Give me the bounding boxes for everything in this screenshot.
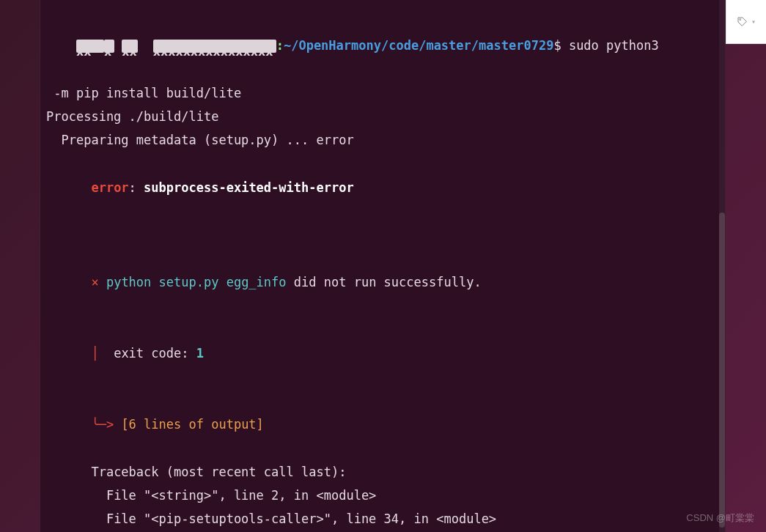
traceback-header: Traceback (most recent call last): (46, 460, 719, 484)
tree-line-char: │ (76, 346, 106, 361)
exit-code-line: │ exit code: 1 (46, 318, 719, 389)
lines-of-output: [6 lines of output] (114, 417, 264, 432)
tree-arrow-char: ╰─> (76, 417, 114, 432)
prompt-host-suffix: : (276, 38, 284, 53)
setup-command: python setup.py egg_info (99, 275, 287, 289)
exit-code-label: exit code: (106, 346, 196, 361)
traceback-file-2: File "<pip-setuptools-caller>", line 34,… (46, 507, 719, 531)
output-preparing: Preparing metadata (setup.py) ... error (46, 128, 719, 152)
exit-code-value: 1 (196, 346, 204, 361)
blank-line (46, 223, 719, 247)
x-icon: × (76, 275, 99, 289)
command-text: sudo python3 (561, 38, 659, 53)
prompt-dollar: $ (553, 38, 561, 53)
error-message: subprocess-exited-with-error (144, 180, 354, 195)
output-processing: Processing ./build/lite (46, 105, 719, 128)
svg-point-0 (740, 18, 741, 20)
error-line-1: error: subprocess-exited-with-error (46, 152, 719, 223)
prompt-line: xxx xx xxxxxxxxxxxxxxxx:~/OpenHarmony/co… (46, 10, 719, 81)
tag-icon[interactable] (737, 16, 748, 28)
right-toolbar[interactable]: ▾ (726, 0, 766, 44)
watermark-text: CSDN @町棠棠 (686, 511, 754, 525)
terminal-window[interactable]: xxx xx xxxxxxxxxxxxxxxx:~/OpenHarmony/co… (40, 0, 726, 532)
setup-fail-line: × python setup.py egg_info did not run s… (46, 247, 719, 318)
error-colon: : (129, 180, 144, 195)
dropdown-caret-icon[interactable]: ▾ (751, 18, 756, 26)
scrollbar-thumb[interactable] (719, 213, 725, 528)
lines-output-header: ╰─> [6 lines of output] (46, 389, 719, 460)
traceback-file-1: File "<string>", line 2, in <module> (46, 484, 719, 507)
command-continuation: -m pip install build/lite (46, 81, 719, 105)
setup-fail-text: did not run successfully. (287, 275, 482, 289)
scrollbar-track[interactable] (719, 0, 725, 532)
error-label: error (76, 180, 129, 195)
prompt-path: ~/OpenHarmony/code/master/master0729 (284, 38, 553, 53)
